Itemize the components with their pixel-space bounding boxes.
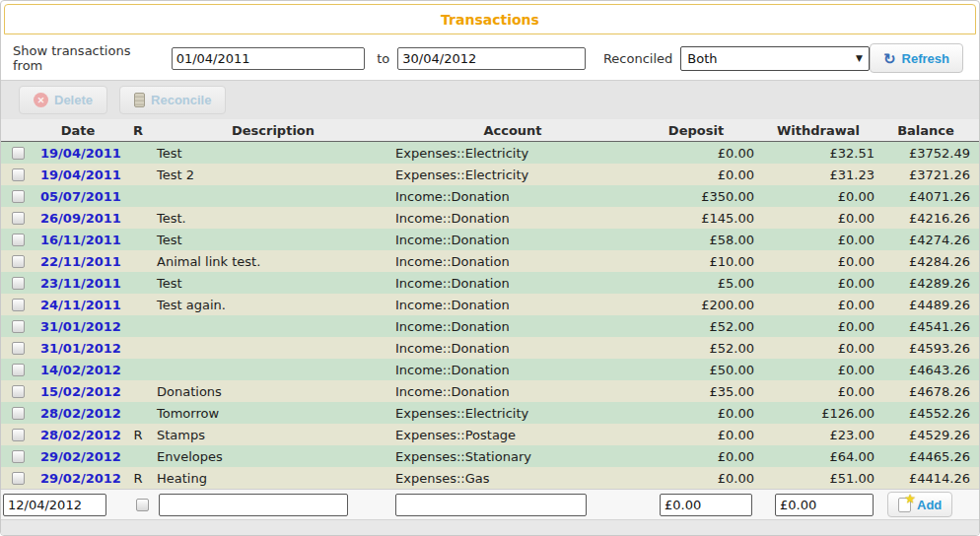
table-row: 16/11/2011 Test Income::Donation £58.00 … [1,229,979,250]
table-row: 29/02/2012 R Heating Expenses::Gas £0.00… [1,467,979,489]
row-withdrawal: £23.00 [758,428,878,442]
table-row: 31/01/2012 Income::Donation £52.00 £0.00… [1,337,979,359]
row-deposit: £0.00 [634,146,758,161]
row-account: Expenses::Stationary [391,449,634,464]
row-account: Expenses::Gas [391,471,634,486]
date-to-input[interactable] [397,47,586,70]
row-withdrawal: £0.00 [758,189,878,204]
row-account: Income::Donation [391,319,634,334]
row-deposit: £0.00 [634,449,758,464]
table-row: 31/01/2012 Income::Donation £52.00 £0.00… [1,315,979,337]
transaction-date-link[interactable]: 29/02/2012 [40,449,121,464]
row-account: Income::Donation [391,189,634,204]
row-checkbox[interactable] [12,190,25,203]
table-row: 05/07/2011 Income::Donation £350.00 £0.0… [1,185,979,207]
row-description: Envelopes [155,449,391,464]
row-deposit: £50.00 [634,363,758,377]
transaction-date-link[interactable]: 28/02/2012 [40,428,121,442]
transaction-date-link[interactable]: 19/04/2011 [40,146,121,161]
row-checkbox[interactable] [12,277,25,290]
row-balance: £4541.26 [878,319,973,334]
row-description: Animal link test. [155,254,391,269]
row-checkbox[interactable] [12,342,25,355]
new-deposit-input[interactable] [660,494,752,516]
row-deposit: £58.00 [634,233,758,247]
date-from-input[interactable] [172,47,366,70]
refresh-button[interactable]: ↻ Refresh [870,43,963,73]
row-checkbox[interactable] [12,212,25,225]
row-balance: £4216.26 [878,211,973,226]
row-checkbox[interactable] [12,364,25,376]
row-account: Income::Donation [391,276,634,291]
row-account: Income::Donation [391,341,634,356]
new-date-input[interactable] [3,494,106,516]
row-checkbox[interactable] [12,147,25,160]
row-deposit: £0.00 [634,428,758,442]
add-button-label: Add [917,498,942,512]
transaction-date-link[interactable]: 23/11/2011 [40,276,121,291]
reconcile-icon [134,93,145,107]
new-account-input[interactable] [395,494,587,516]
reconcile-button-label: Reconcile [151,93,211,107]
row-withdrawal: £64.00 [758,449,878,464]
refresh-button-label: Refresh [902,51,949,66]
header-withdrawal: Withdrawal [758,123,878,138]
row-withdrawal: £0.00 [758,341,878,356]
row-account: Income::Donation [391,384,634,399]
new-description-input[interactable] [159,494,348,516]
transaction-date-link[interactable]: 14/02/2012 [40,363,121,377]
transaction-date-link[interactable]: 24/11/2011 [40,298,121,312]
row-checkbox[interactable] [12,255,25,268]
transaction-date-link[interactable]: 26/09/2011 [40,211,121,226]
row-deposit: £350.00 [634,189,758,204]
transaction-date-link[interactable]: 31/01/2012 [40,319,121,334]
row-checkbox[interactable] [12,450,25,463]
header-description: Description [155,123,391,138]
transaction-date-link[interactable]: 19/04/2011 [40,168,121,182]
transaction-date-link[interactable]: 28/02/2012 [40,406,121,421]
row-account: Income::Donation [391,298,634,312]
row-deposit: £0.00 [634,471,758,486]
row-checkbox[interactable] [12,385,25,398]
row-checkbox[interactable] [12,407,25,420]
transaction-date-link[interactable]: 22/11/2011 [40,254,121,269]
row-checkbox[interactable] [12,168,25,181]
filter-bar: Show transactions from to Reconciled Bot… [1,36,979,80]
row-withdrawal: £0.00 [758,319,878,334]
new-reconciled-checkbox[interactable] [136,499,149,511]
delete-button[interactable]: ✕ Delete [19,86,107,114]
row-description: Stamps [155,428,391,442]
row-checkbox[interactable] [12,234,25,246]
row-account: Income::Donation [391,211,634,226]
row-withdrawal: £126.00 [758,406,878,421]
row-description: Test. [155,211,391,226]
row-deposit: £0.00 [634,406,758,421]
transaction-date-link[interactable]: 16/11/2011 [40,233,121,247]
reconcile-button[interactable]: Reconcile [119,86,226,114]
transaction-date-link[interactable]: 15/02/2012 [40,384,121,399]
row-checkbox[interactable] [12,320,25,333]
table-row: 28/02/2012 Tomorrow Expenses::Electricit… [1,402,979,424]
row-balance: £4284.26 [878,254,973,269]
transaction-date-link[interactable]: 29/02/2012 [40,471,121,486]
row-withdrawal: £0.00 [758,254,878,269]
header-reconciled: R [121,123,155,138]
row-withdrawal: £0.00 [758,384,878,399]
table-row: 24/11/2011 Test again. Income::Donation … [1,294,979,315]
row-checkbox[interactable] [12,472,25,485]
row-account: Expenses::Electricity [391,146,634,161]
row-checkbox[interactable] [12,429,25,441]
transaction-date-link[interactable]: 05/07/2011 [40,189,121,204]
row-withdrawal: £32.51 [758,146,878,161]
row-deposit: £35.00 [634,384,758,399]
transaction-date-link[interactable]: 31/01/2012 [40,341,121,356]
to-label: to [377,51,389,66]
reconciled-select[interactable]: Both ▼ [680,46,870,71]
add-button[interactable]: ★ Add [887,492,952,517]
new-withdrawal-input[interactable] [775,494,874,516]
row-description: Test again. [155,298,391,312]
row-description: Tomorrow [155,406,391,421]
row-balance: £4274.26 [878,233,973,247]
row-checkbox[interactable] [12,299,25,311]
row-deposit: £200.00 [634,298,758,312]
